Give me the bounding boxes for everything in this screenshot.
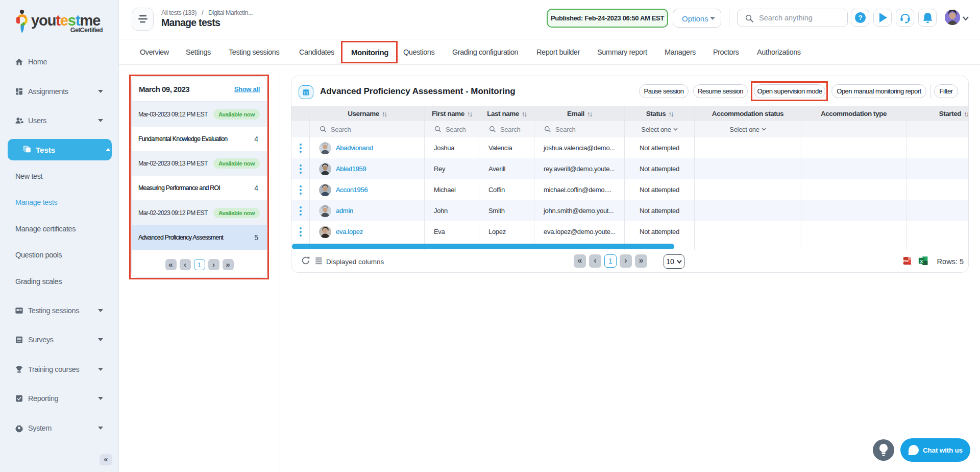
svg-text:?: ? [858,14,862,21]
svg-text:PDF: PDF [903,259,909,263]
svg-text:X: X [920,259,923,264]
